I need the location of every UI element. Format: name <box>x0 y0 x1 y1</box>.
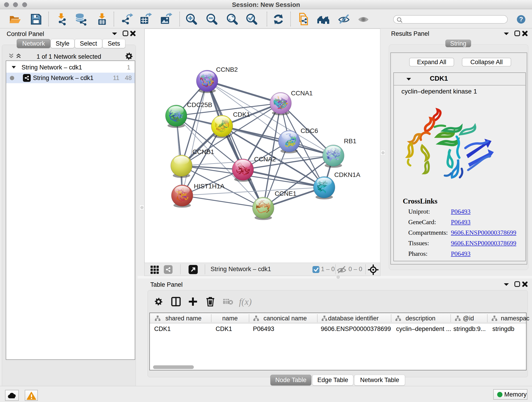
svg-text:HIST1H1A: HIST1H1A <box>194 183 225 190</box>
svg-text:CDK1: CDK1 <box>233 111 250 118</box>
svg-text:CCNB2: CCNB2 <box>216 66 238 73</box>
svg-text:CCNA1: CCNA1 <box>291 89 313 97</box>
svg-text:CDC6: CDC6 <box>301 127 318 134</box>
svg-text:CDC25B: CDC25B <box>187 101 212 108</box>
svg-text:CCNB1: CCNB1 <box>192 148 214 155</box>
svg-text:CCNA2: CCNA2 <box>254 156 276 163</box>
svg-text:CDKN1A: CDKN1A <box>334 171 360 178</box>
svg-text:RB1: RB1 <box>344 138 356 145</box>
svg-text:CCNE1: CCNE1 <box>275 190 297 197</box>
